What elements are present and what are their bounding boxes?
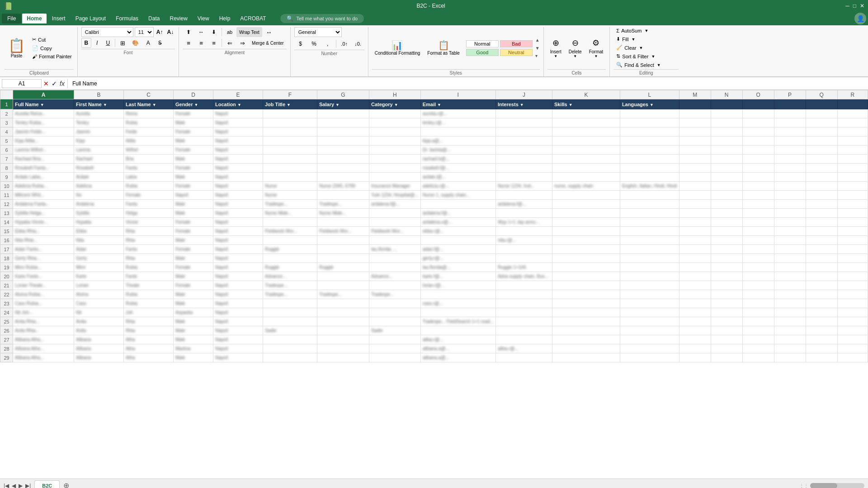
table-cell[interactable]: Napoli <box>213 281 263 290</box>
table-cell[interactable]: Male <box>174 299 213 308</box>
cell-H1[interactable]: Category ▼ <box>369 99 421 109</box>
table-cell[interactable]: ardalena.f@... <box>495 200 552 209</box>
table-cell[interactable] <box>369 155 421 164</box>
table-cell[interactable] <box>742 263 774 272</box>
table-cell[interactable]: nita.r@... <box>495 236 552 245</box>
table-cell[interactable] <box>317 281 369 290</box>
table-cell[interactable]: Adelicia <box>74 182 124 191</box>
table-cell[interactable]: Ardalena Fanta... <box>13 200 74 209</box>
table-cell[interactable]: Napoli <box>213 127 263 136</box>
table-cell[interactable] <box>620 191 679 200</box>
table-cell[interactable] <box>620 173 679 182</box>
table-cell[interactable] <box>679 344 711 353</box>
table-cell[interactable]: cass.r@... <box>420 299 495 308</box>
table-cell[interactable] <box>806 200 837 209</box>
table-cell[interactable] <box>620 209 679 218</box>
table-cell[interactable]: Rhia <box>124 236 174 245</box>
table-cell[interactable] <box>495 191 552 200</box>
table-cell[interactable]: Tradespe... <box>317 290 369 299</box>
table-cell[interactable]: Nit <box>74 308 124 317</box>
rtl-button[interactable]: ↔ <box>263 27 275 37</box>
table-cell[interactable] <box>742 109 774 118</box>
table-cell[interactable] <box>742 254 774 263</box>
table-cell[interactable]: Lorian Theale... <box>13 281 74 290</box>
file-menu[interactable]: File <box>2 14 21 23</box>
table-cell[interactable] <box>495 290 552 299</box>
cell-B1[interactable]: First Name ▼ <box>74 99 124 109</box>
cut-button[interactable]: ✂ Cut <box>30 36 74 43</box>
table-cell[interactable] <box>369 317 421 326</box>
table-cell[interactable] <box>837 109 868 118</box>
table-cell[interactable]: Yule 1234, Hospital@... <box>369 191 421 200</box>
table-cell[interactable] <box>711 200 742 209</box>
table-cell[interactable] <box>495 209 552 218</box>
table-cell[interactable] <box>552 127 620 136</box>
table-cell[interactable] <box>806 218 837 227</box>
table-cell[interactable]: Adair <box>74 245 124 254</box>
style-good[interactable]: Good <box>466 49 499 56</box>
table-cell[interactable] <box>620 218 679 227</box>
table-cell[interactable] <box>369 308 421 317</box>
table-cell[interactable] <box>837 218 868 227</box>
table-cell[interactable]: ardalena.v@... <box>420 218 495 227</box>
table-cell[interactable]: Karie <box>74 272 124 281</box>
table-cell[interactable] <box>806 191 837 200</box>
table-cell[interactable] <box>552 245 620 254</box>
table-cell[interactable]: Gerty Rhia... <box>13 254 74 263</box>
table-cell[interactable] <box>711 145 742 155</box>
table-cell[interactable]: Napoli <box>213 335 263 344</box>
menu-insert[interactable]: Insert <box>47 14 70 23</box>
table-cell[interactable] <box>806 127 837 136</box>
table-cell[interactable] <box>711 218 742 227</box>
table-cell[interactable]: Napoli <box>213 191 263 200</box>
currency-button[interactable]: $ <box>294 39 307 49</box>
table-cell[interactable] <box>679 118 711 127</box>
table-cell[interactable]: Jasmin <box>74 127 124 136</box>
table-cell[interactable]: Anita <box>74 317 124 326</box>
table-cell[interactable]: Aurelia Reina... <box>13 109 74 118</box>
table-cell[interactable]: Tradespe... <box>317 200 369 209</box>
table-cell[interactable]: Napoli <box>213 209 263 218</box>
table-cell[interactable] <box>679 109 711 118</box>
table-cell[interactable] <box>620 344 679 353</box>
table-cell[interactable] <box>679 127 711 136</box>
table-cell[interactable]: Napoli <box>213 200 263 209</box>
table-cell[interactable]: ebba.r@... <box>420 227 495 236</box>
wrap-text-button[interactable]: Wrap Text <box>236 27 262 37</box>
table-cell[interactable] <box>552 236 620 245</box>
table-cell[interactable]: ardale.l@... <box>420 173 495 182</box>
table-cell[interactable] <box>742 118 774 127</box>
table-cell[interactable]: Alibana <box>74 335 124 344</box>
styles-scroll-down[interactable]: ▼ <box>535 46 540 51</box>
table-cell[interactable]: Napoli <box>213 182 263 191</box>
cell-J1[interactable]: Interests ▼ <box>495 99 552 109</box>
table-cell[interactable]: Alibana Atha... <box>13 335 74 344</box>
table-cell[interactable] <box>620 245 679 254</box>
table-cell[interactable] <box>263 164 317 173</box>
table-cell[interactable] <box>620 353 679 362</box>
table-cell[interactable] <box>742 245 774 254</box>
add-sheet-button[interactable]: ⊕ <box>60 479 73 488</box>
table-cell[interactable]: Tradespe... <box>263 290 317 299</box>
table-cell[interactable]: Kipp Atilia... <box>13 136 74 145</box>
merge-center-button[interactable]: Merge & Center <box>249 38 287 48</box>
table-cell[interactable] <box>711 191 742 200</box>
name-box[interactable] <box>2 79 42 88</box>
table-cell[interactable] <box>552 263 620 272</box>
table-cell[interactable]: Tenley Rubia... <box>13 118 74 127</box>
cell-N1[interactable] <box>711 99 742 109</box>
table-cell[interactable] <box>263 236 317 245</box>
table-cell[interactable]: Napoli <box>213 308 263 317</box>
table-cell[interactable]: Female <box>174 263 213 272</box>
cell-F1[interactable]: Job Title ▼ <box>263 99 317 109</box>
col-header-Q[interactable]: Q <box>806 90 837 99</box>
cell-Q1[interactable] <box>806 99 837 109</box>
table-cell[interactable]: Napoli <box>213 145 263 155</box>
table-cell[interactable]: Male <box>174 209 213 218</box>
table-cell[interactable] <box>837 308 868 317</box>
table-cell[interactable] <box>495 281 552 290</box>
table-cell[interactable]: Rosabell <box>74 164 124 173</box>
table-cell[interactable] <box>263 136 317 145</box>
table-cell[interactable]: Vinnie <box>124 218 174 227</box>
table-cell[interactable] <box>837 335 868 344</box>
